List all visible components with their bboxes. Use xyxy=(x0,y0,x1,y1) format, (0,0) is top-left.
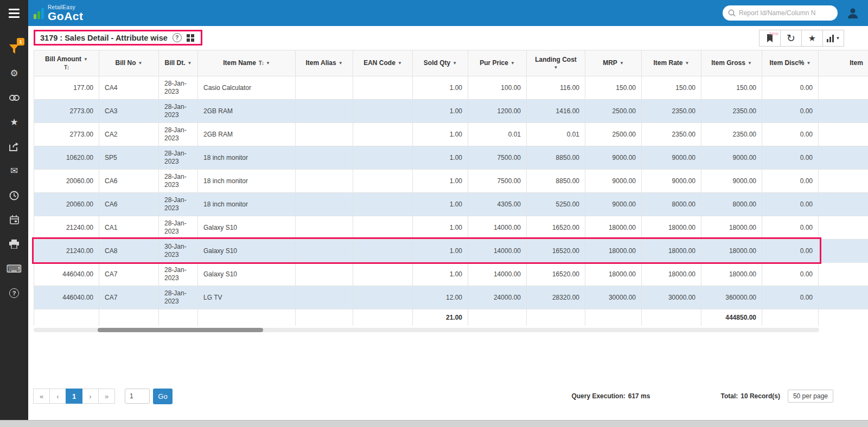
total-cell-bill-dt xyxy=(159,309,198,326)
column-header-item-alias[interactable]: Item Alias▼ xyxy=(296,50,353,76)
cell-ean-code xyxy=(353,76,413,100)
total-cell-item-disc xyxy=(762,309,819,326)
title-help-icon[interactable]: ? xyxy=(173,33,182,42)
table-row[interactable]: 446040.00CA728-Jan-2023Galaxy S101.00140… xyxy=(34,263,868,286)
column-header-item-disc[interactable]: Item Disc%▼ xyxy=(762,50,819,76)
cell-item-rate: 18000.00 xyxy=(642,216,701,240)
bookmark-button[interactable]: New xyxy=(759,30,781,47)
settings-button[interactable]: ⚙ xyxy=(0,61,28,86)
question-icon: ? xyxy=(9,288,19,298)
per-page-select[interactable]: 50 per page xyxy=(788,390,833,403)
column-menu-icon[interactable]: ▼ xyxy=(266,61,270,66)
column-header-pur-price[interactable]: Pur Price▼ xyxy=(468,50,527,76)
favorites-button[interactable]: ★ xyxy=(0,110,28,134)
cell-item-disc: 0.00 xyxy=(762,263,819,286)
column-header-bill-amount[interactable]: Bill Amount▼T↕ xyxy=(34,50,99,76)
column-header-item-name[interactable]: Item NameT↕▼ xyxy=(198,50,296,76)
mail-button[interactable]: ✉ xyxy=(0,159,28,183)
query-execution-label: Query Execution: xyxy=(571,392,625,400)
refresh-button[interactable]: ↻ xyxy=(780,30,802,47)
column-header-bill-dt[interactable]: Bill Dt.▼ xyxy=(159,50,198,76)
column-menu-icon[interactable]: ▼ xyxy=(398,61,402,66)
go-button[interactable]: Go xyxy=(153,389,173,404)
cell-bill-amount: 20060.00 xyxy=(34,170,99,193)
table-row[interactable]: 2773.00CA328-Jan-20232GB RAM1.001200.001… xyxy=(34,100,868,123)
column-menu-icon[interactable]: ▼ xyxy=(529,65,583,70)
horizontal-scrollbar[interactable] xyxy=(34,328,819,332)
column-menu-icon[interactable]: ▼ xyxy=(510,61,515,66)
schedule-button[interactable] xyxy=(0,208,28,232)
total-cell-pur-price xyxy=(468,309,527,326)
table-row[interactable]: 20060.00CA628-Jan-202318 inch monitor1.0… xyxy=(34,193,868,216)
history-button[interactable] xyxy=(0,183,28,208)
export-chart-button[interactable]: ▼ xyxy=(822,30,844,47)
filter-button[interactable]: 1 xyxy=(0,37,28,61)
table-row[interactable]: 21240.00CA830-Jan-2023Galaxy S101.001400… xyxy=(34,240,868,263)
column-menu-icon[interactable]: ▼ xyxy=(807,61,811,66)
cell-item-name: Galaxy S10 xyxy=(198,263,296,286)
column-header-landing-cost[interactable]: Landing Cost▼ xyxy=(527,50,585,76)
column-header-item[interactable]: Item xyxy=(819,50,868,76)
column-header-mrp[interactable]: MRP▼ xyxy=(585,50,642,76)
keyboard-button[interactable]: ⌨ xyxy=(0,256,28,281)
column-menu-icon[interactable]: ▼ xyxy=(188,61,192,66)
search-input[interactable] xyxy=(739,9,832,17)
cell-landing-cost: 16520.00 xyxy=(527,240,585,263)
page-number-input[interactable] xyxy=(125,389,150,404)
first-page-button[interactable]: « xyxy=(33,389,50,404)
table-row[interactable]: 20060.00CA628-Jan-202318 inch monitor1.0… xyxy=(34,170,868,193)
print-button[interactable] xyxy=(0,232,28,256)
cell-item-rate: 2350.00 xyxy=(642,100,701,123)
table-row[interactable]: 2773.00CA228-Jan-20232GB RAM1.000.010.01… xyxy=(34,123,868,146)
column-menu-icon[interactable]: ▼ xyxy=(685,61,690,66)
column-menu-icon[interactable]: ▼ xyxy=(138,61,143,66)
table-row[interactable]: 21240.00CA128-Jan-2023Galaxy S101.001400… xyxy=(34,216,868,240)
column-menu-icon[interactable]: ▼ xyxy=(452,61,457,66)
prev-page-button[interactable]: ‹ xyxy=(49,389,66,404)
column-menu-icon[interactable]: ▼ xyxy=(84,57,88,62)
share-button[interactable] xyxy=(0,134,28,159)
text-filter-icon[interactable]: T↕ xyxy=(36,64,97,72)
app-logo[interactable]: RetailEasy GoAct xyxy=(34,5,84,22)
column-header-sold-qty[interactable]: Sold Qty▼ xyxy=(413,50,468,76)
cell-ean-code xyxy=(353,263,413,286)
column-header-item-rate[interactable]: Item Rate▼ xyxy=(642,50,701,76)
page-1-button[interactable]: 1 xyxy=(66,389,82,404)
total-cell-mrp xyxy=(585,309,642,326)
title-grid-icon[interactable] xyxy=(187,34,194,42)
chart-icon xyxy=(827,35,834,42)
favorite-report-button[interactable]: ★ xyxy=(801,30,823,47)
link-button[interactable] xyxy=(0,86,28,110)
star-icon: ★ xyxy=(10,117,18,128)
total-cell-item-rate xyxy=(642,309,701,326)
hamburger-icon xyxy=(9,9,20,10)
column-header-bill-no[interactable]: Bill No▼ xyxy=(99,50,159,76)
cell-item-alias xyxy=(296,240,353,263)
column-header-item-gross[interactable]: Item Gross▼ xyxy=(701,50,762,76)
report-table: Bill Amount▼T↕Bill No▼Bill Dt.▼Item Name… xyxy=(34,50,868,326)
cell-item-disc: 0.00 xyxy=(762,216,819,240)
cell-pur-price: 24000.00 xyxy=(468,286,527,309)
cell-bill-dt: 28-Jan-2023 xyxy=(159,100,198,123)
scrollbar-thumb[interactable] xyxy=(98,328,263,332)
column-menu-icon[interactable]: ▼ xyxy=(620,61,624,66)
cell-bill-dt: 28-Jan-2023 xyxy=(159,123,198,146)
help-button[interactable]: ? xyxy=(0,281,28,305)
table-row[interactable]: 10620.00SP528-Jan-202318 inch monitor1.0… xyxy=(34,146,868,170)
cell-item xyxy=(819,240,868,263)
next-page-button[interactable]: › xyxy=(82,389,99,404)
footer-bar: « ‹ 1 › » Go Query Execution: 617 ms Tot… xyxy=(34,388,833,404)
table-row[interactable]: 446040.00CA728-Jan-2023LG TV12.0024000.0… xyxy=(34,286,868,309)
cell-item-gross: 9000.00 xyxy=(701,170,762,193)
user-profile-icon[interactable] xyxy=(846,7,859,20)
column-menu-icon[interactable]: ▼ xyxy=(748,61,752,66)
text-filter-icon[interactable]: T↕ xyxy=(259,60,264,66)
last-page-button[interactable]: » xyxy=(98,389,115,404)
column-header-ean-code[interactable]: EAN Code▼ xyxy=(353,50,413,76)
column-menu-icon[interactable]: ▼ xyxy=(339,61,343,66)
cell-landing-cost: 5250.00 xyxy=(527,193,585,216)
global-search[interactable] xyxy=(723,5,838,21)
table-row[interactable]: 177.00CA428-Jan-2023Casio Calculator1.00… xyxy=(34,76,868,100)
cell-item-gross: 2350.00 xyxy=(701,100,762,123)
hamburger-menu-button[interactable] xyxy=(0,0,28,26)
